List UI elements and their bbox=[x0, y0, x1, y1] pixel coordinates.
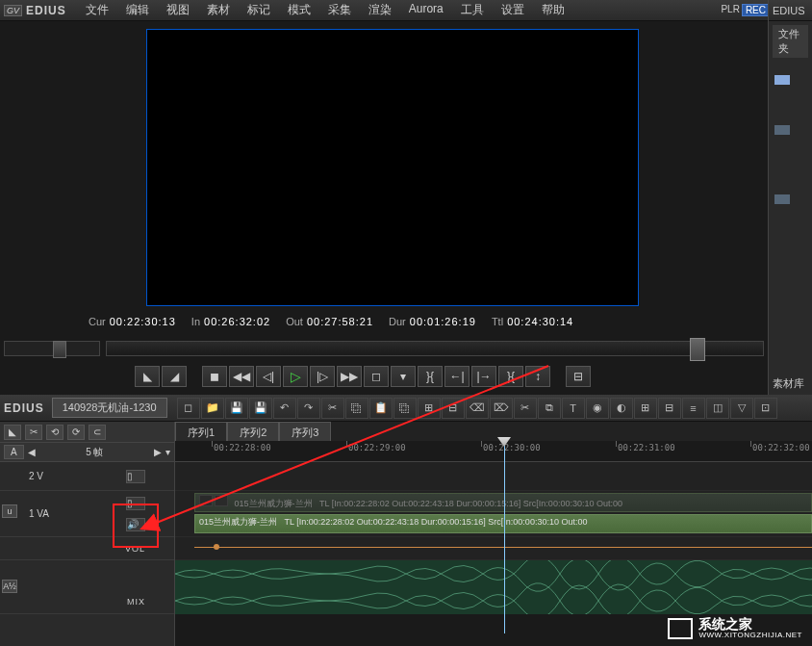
replace-button[interactable]: ⿻ bbox=[393, 398, 417, 419]
playhead[interactable] bbox=[504, 441, 505, 633]
a12-badge[interactable]: A½ bbox=[2, 580, 17, 593]
set-in-button[interactable]: ◣ bbox=[135, 366, 160, 387]
insert-clip-button[interactable]: ⊞ bbox=[418, 398, 441, 419]
menu-clip[interactable]: 素材 bbox=[199, 0, 238, 20]
track-patch-2v[interactable]: ▯ bbox=[126, 470, 145, 483]
save-button[interactable]: 💾 bbox=[225, 398, 248, 419]
volume-keyframe[interactable] bbox=[214, 544, 219, 550]
save-as-button[interactable]: 💾 bbox=[249, 398, 272, 419]
link-button[interactable]: ⊟ bbox=[658, 398, 681, 419]
play-button[interactable]: ▷ bbox=[283, 366, 308, 387]
tc-ttl-value[interactable]: 00:24:30:14 bbox=[507, 316, 573, 327]
tc-dur-value[interactable]: 00:01:26:19 bbox=[410, 316, 476, 327]
u-badge[interactable]: u bbox=[2, 504, 17, 518]
transition-button[interactable]: ⧉ bbox=[538, 398, 561, 419]
menu-tools[interactable]: 工具 bbox=[453, 0, 492, 20]
snap-icon[interactable]: ⊂ bbox=[89, 425, 106, 440]
fast-forward-button[interactable]: ▶▶ bbox=[337, 366, 362, 387]
track-mode-row: ◣ ✂ ⟲ ⟳ ⊂ bbox=[0, 422, 174, 443]
scale-dropdown-icon[interactable]: ▾ bbox=[165, 447, 170, 457]
undo-button[interactable]: ↶ bbox=[273, 398, 296, 419]
color-button[interactable]: ◐ bbox=[610, 398, 633, 419]
next-frame-button[interactable]: |▷ bbox=[310, 366, 335, 387]
overwrite-mode-icon[interactable]: ✂ bbox=[25, 425, 42, 440]
prev-edit-button[interactable]: }{ bbox=[418, 366, 443, 387]
timeline-ruler[interactable]: 00:22:28:00 00:22:29:00 00:22:30:00 00:2… bbox=[175, 441, 812, 462]
track-vol[interactable] bbox=[175, 537, 812, 560]
sequence-name-tab[interactable]: 140928无机油-1230 bbox=[52, 398, 167, 418]
menu-file[interactable]: 文件 bbox=[78, 0, 116, 20]
match-frame-button[interactable]: ↕ bbox=[525, 366, 550, 387]
menu-render[interactable]: 渲染 bbox=[361, 0, 399, 20]
insert-button[interactable]: ⊟ bbox=[566, 366, 591, 387]
layout-button[interactable]: ◫ bbox=[706, 398, 729, 419]
asset-library-label[interactable]: 素材库 bbox=[769, 373, 812, 395]
tc-cur-value[interactable]: 00:22:30:13 bbox=[110, 316, 176, 327]
clip-audio-icon bbox=[215, 495, 228, 506]
tc-in-value[interactable]: 00:26:32:02 bbox=[204, 316, 270, 327]
menu-view[interactable]: 视图 bbox=[159, 0, 197, 20]
position-handle[interactable] bbox=[690, 338, 705, 361]
marker-button[interactable]: ▽ bbox=[730, 398, 753, 419]
set-out-button[interactable]: ◢ bbox=[162, 366, 187, 387]
render-button[interactable]: ◉ bbox=[586, 398, 609, 419]
track-header-audio[interactable]: A½ MIX bbox=[0, 560, 174, 614]
cut-button[interactable]: ✂ bbox=[321, 398, 344, 419]
open-button[interactable]: 📁 bbox=[201, 398, 224, 419]
menu-edit[interactable]: 编辑 bbox=[118, 0, 157, 20]
add-cut-button[interactable]: ✂ bbox=[514, 398, 537, 419]
redo-button[interactable]: ↷ bbox=[297, 398, 320, 419]
track-2v[interactable] bbox=[175, 462, 812, 491]
scale-right-icon[interactable]: ▶ bbox=[154, 447, 162, 457]
a-badge[interactable]: A bbox=[4, 445, 24, 459]
jump-in-button[interactable]: ←| bbox=[444, 366, 469, 387]
new-button[interactable]: ◻ bbox=[177, 398, 200, 419]
menu-settings[interactable]: 设置 bbox=[494, 0, 532, 20]
menu-marker[interactable]: 标记 bbox=[240, 0, 278, 20]
preview-viewport[interactable] bbox=[146, 29, 639, 306]
group-button[interactable]: ⊞ bbox=[634, 398, 657, 419]
scale-left-icon[interactable]: ◀ bbox=[28, 447, 36, 457]
proxy-button[interactable]: ⊡ bbox=[754, 398, 777, 419]
position-bar[interactable] bbox=[106, 341, 764, 356]
delete-button[interactable]: ⌫ bbox=[466, 398, 489, 419]
track-audio[interactable] bbox=[175, 560, 812, 614]
mixer-button[interactable]: ≡ bbox=[682, 398, 705, 419]
app-logo: GV EDIUS bbox=[4, 4, 66, 17]
ripple-delete-button[interactable]: ⌦ bbox=[490, 398, 513, 419]
insert-mode-icon[interactable]: ◣ bbox=[4, 425, 21, 440]
folder-icon[interactable] bbox=[774, 73, 790, 85]
plr-rec-toggle[interactable]: PLR REC bbox=[721, 4, 770, 16]
folder-icon[interactable] bbox=[774, 193, 790, 204]
clip-main[interactable]: 015兰州威力狮-兰州 TL [In:00:22:28:02 Out:00:22… bbox=[194, 514, 812, 533]
track-1va[interactable]: 015兰州威力狮-兰州 TL [In:00:22:28:02 Out:00:22… bbox=[175, 491, 812, 537]
next-edit-button[interactable]: }{ bbox=[498, 366, 523, 387]
ripple-mode-icon[interactable]: ⟲ bbox=[46, 425, 63, 440]
prev-frame-button[interactable]: ◁| bbox=[256, 366, 281, 387]
volume-line[interactable] bbox=[194, 547, 812, 548]
menu-capture[interactable]: 采集 bbox=[320, 0, 359, 20]
tc-out-value[interactable]: 00:27:58:21 bbox=[307, 316, 373, 327]
rewind-button[interactable]: ◀◀ bbox=[229, 366, 254, 387]
shuttle-control[interactable] bbox=[4, 341, 100, 356]
shuttle-handle[interactable] bbox=[53, 341, 66, 358]
menu-aurora[interactable]: Aurora bbox=[401, 0, 451, 20]
paste-button[interactable]: 📋 bbox=[369, 398, 393, 419]
track-header-2v[interactable]: 2 V ▯ bbox=[0, 462, 174, 491]
jump-out-button[interactable]: |→ bbox=[471, 366, 496, 387]
overwrite-button[interactable]: ⊟ bbox=[442, 398, 465, 419]
dropdown-icon[interactable]: ▾ bbox=[391, 366, 416, 387]
loop-button[interactable]: ◻ bbox=[364, 366, 389, 387]
clip-dim[interactable]: 015兰州威力狮-兰州 TL [In:00:22:28:02 Out:00:22… bbox=[194, 493, 812, 512]
copy-button[interactable]: ⿻ bbox=[345, 398, 368, 419]
ruler-tick: 00:22:29:00 bbox=[348, 443, 406, 452]
title-button[interactable]: T bbox=[562, 398, 585, 419]
bin-folder-tab[interactable]: 文件夹 bbox=[773, 25, 808, 58]
audio-waveform[interactable] bbox=[175, 560, 812, 614]
folder-icon[interactable] bbox=[774, 123, 790, 135]
menu-mode[interactable]: 模式 bbox=[280, 0, 318, 20]
menu-help[interactable]: 帮助 bbox=[534, 0, 572, 20]
frame-scale-label[interactable]: 5 帧 bbox=[39, 446, 150, 459]
sync-mode-icon[interactable]: ⟳ bbox=[67, 425, 85, 440]
stop-button[interactable]: ◼ bbox=[202, 366, 227, 387]
